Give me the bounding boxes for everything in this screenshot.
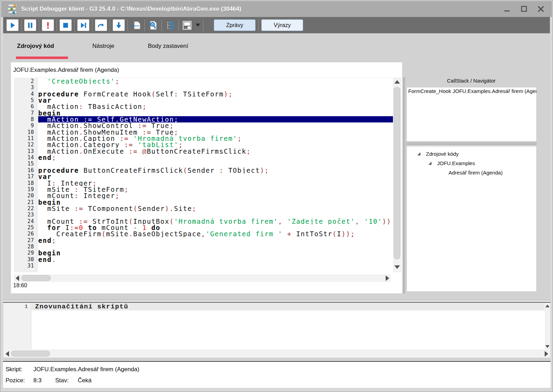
expand-triangle-icon[interactable]	[417, 152, 420, 155]
tab-source-code[interactable]: Zdrojový kód	[17, 43, 54, 50]
messages-horizontal-scrollbar[interactable]	[3, 350, 550, 358]
tab-breakpoints[interactable]: Body zastavení	[148, 43, 188, 50]
toolbar-separator	[74, 19, 75, 31]
code-vertical-scrollbar[interactable]	[393, 78, 401, 272]
code-horizontal-scrollbar[interactable]	[14, 274, 391, 282]
code-line[interactable]: var	[38, 97, 393, 103]
tree-item[interactable]: Adresář firem (Agenda)	[407, 168, 536, 177]
code-line[interactable]: begin	[38, 250, 393, 256]
code-token: mAction	[38, 103, 79, 110]
window-layout-dropdown-icon[interactable]	[195, 24, 200, 27]
code-line[interactable]	[38, 84, 393, 91]
position-label: Pozice:	[6, 377, 25, 384]
code-line[interactable]: mAction.ShowMenuItem := True;	[38, 129, 393, 135]
code-line[interactable]: mAction.OnExecute := @ButtonCreateFirmsC…	[38, 148, 393, 154]
window-layout-button[interactable]	[182, 19, 193, 31]
status-bar: Skript: JOFU.Examples.Adresář firem (Age…	[3, 361, 551, 388]
tree-item[interactable]: Zdrojové kódy	[407, 149, 536, 159]
maximize-button[interactable]	[519, 4, 529, 14]
code-token: ButtonCreateFirmsClick	[147, 148, 246, 154]
code-line[interactable]	[38, 161, 393, 167]
expand-triangle-icon[interactable]	[428, 162, 431, 165]
callstack-list[interactable]: FormCreate_Hook JOFU.Examples.Adresář fi…	[407, 87, 537, 142]
code-line[interactable]: mCount := StrToInt(InputBox('Hromadná tv…	[38, 218, 393, 224]
expressions-panel-button[interactable]: Výrazy	[261, 19, 303, 31]
line-number: 31	[14, 263, 37, 269]
code-token: TObject	[224, 167, 260, 173]
minimize-button[interactable]	[502, 4, 512, 14]
code-line[interactable]: mAction.Caption := 'Hromadná tvorba fire…	[38, 135, 393, 142]
code-line[interactable]: begin	[38, 110, 393, 116]
line-number: 9	[14, 122, 37, 129]
code-token: True	[147, 122, 169, 129]
messages-panel-button[interactable]: Zprávy	[214, 19, 255, 31]
code-line[interactable]: begin	[38, 199, 393, 205]
scroll-up-icon[interactable]	[394, 80, 400, 84]
code-token: Category	[83, 142, 124, 148]
step-over-button[interactable]	[95, 19, 107, 31]
messages-lines[interactable]: Znovunačítání skriptů	[32, 303, 545, 349]
structure-button[interactable]	[165, 19, 176, 31]
vertical-splitter[interactable]	[403, 77, 405, 293]
run-to-cursor-button[interactable]	[131, 19, 142, 31]
code-line[interactable]	[38, 212, 393, 218]
step-into-button[interactable]	[113, 19, 125, 31]
log-line[interactable]: Znovunačítání skriptů	[32, 303, 545, 310]
code-line[interactable]: mSite : TSiteForm;	[38, 186, 393, 193]
scroll-left-icon[interactable]	[16, 275, 19, 281]
code-token	[138, 224, 142, 231]
break-button[interactable]	[42, 19, 54, 31]
scrollbar-thumb[interactable]	[11, 351, 50, 357]
position-value: 8:3	[33, 377, 42, 384]
scroll-down-icon[interactable]	[394, 265, 400, 269]
scroll-right-icon[interactable]	[545, 351, 548, 357]
code-line[interactable]	[38, 263, 393, 269]
tab-tools[interactable]: Nástroje	[92, 43, 114, 50]
code-line[interactable]: CreateFirm(mSite.BaseObjectSpace,'Genera…	[38, 231, 393, 237]
horizontal-splitter[interactable]	[3, 300, 551, 302]
code-line[interactable]: I: Integer;	[38, 180, 393, 186]
code-line[interactable]: end.	[38, 256, 393, 263]
close-button[interactable]	[536, 4, 546, 14]
code-line[interactable]: mAction.Category := 'tabList';	[38, 142, 393, 148]
stop-button[interactable]	[60, 19, 72, 31]
run-button[interactable]	[7, 19, 18, 31]
code-line[interactable]: mSite := TComponent(Sender).Site;	[38, 205, 393, 212]
code-line[interactable]: for I:=0 to mCount - 1 do	[38, 224, 393, 231]
line-number: 4	[14, 91, 37, 97]
code-editor[interactable]: 2345678910111213141516171819202122232425…	[14, 78, 401, 283]
code-lines[interactable]: 'CreateObjects';procedure FormCreate_Hoo…	[38, 78, 393, 272]
code-line[interactable]: procedure ButtonCreateFirmsClick(Sender …	[38, 167, 393, 173]
code-line[interactable]: procedure FormCreate_Hook(Self: TSiteFor…	[38, 91, 393, 97]
scroll-down-icon[interactable]	[545, 345, 550, 348]
code-token: 'CreateObjects'	[47, 78, 115, 84]
code-line[interactable]: end;	[38, 237, 393, 244]
messages-panel: 1 Znovunačítání skriptů	[3, 303, 551, 358]
code-line[interactable]: var	[38, 173, 393, 180]
code-token: ;	[52, 154, 56, 161]
code-line[interactable]: mAction: TBasicAction;	[38, 103, 393, 110]
scrollbar-thumb[interactable]	[394, 87, 400, 259]
pause-button[interactable]	[24, 19, 36, 31]
scrollbar-thumb[interactable]	[22, 275, 51, 281]
scroll-up-icon[interactable]	[545, 305, 550, 307]
state-label: Stav:	[55, 377, 69, 384]
messages-vertical-scrollbar[interactable]	[545, 303, 550, 349]
source-tree[interactable]: Zdrojové kódyJOFU.ExamplesAdresář firem …	[407, 146, 537, 292]
code-line[interactable]: 'CreateObjects';	[38, 78, 393, 84]
code-line[interactable]: mCount: Integer;	[38, 193, 393, 199]
code-line[interactable]: mAction.ShowControl := True;	[38, 122, 393, 129]
toolbar-separator	[161, 19, 162, 31]
right-panel-splitter[interactable]	[406, 143, 537, 144]
code-token: I	[337, 231, 342, 237]
find-in-source-button[interactable]	[148, 19, 159, 31]
step-next-button[interactable]	[77, 19, 89, 31]
scroll-left-icon[interactable]	[6, 351, 9, 357]
code-line[interactable]: mAction := Self.GetNewAction;	[38, 116, 393, 122]
code-line[interactable]	[38, 244, 393, 250]
tree-item[interactable]: JOFU.Examples	[407, 159, 536, 168]
code-token: var	[38, 173, 52, 180]
callstack-item[interactable]: FormCreate_Hook JOFU.Examples.Adresář fi…	[407, 87, 536, 95]
scroll-right-icon[interactable]	[386, 275, 389, 281]
code-line[interactable]: end;	[38, 154, 393, 161]
